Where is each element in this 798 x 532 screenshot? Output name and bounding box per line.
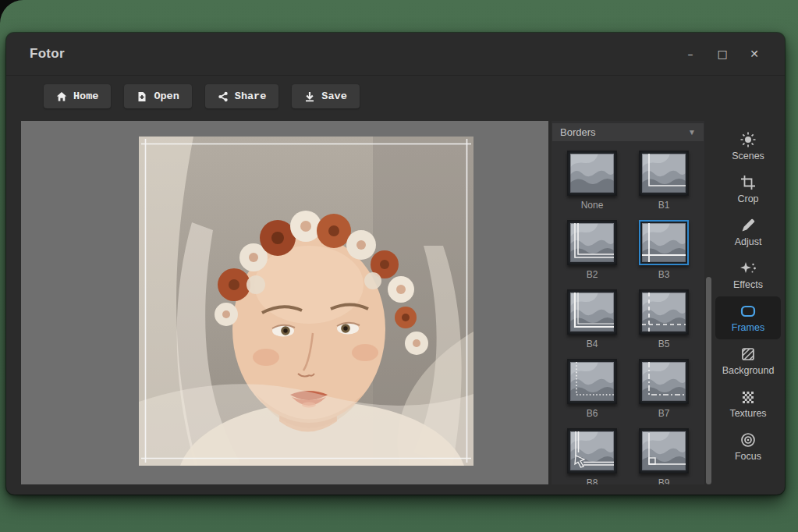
sparkles-icon <box>739 260 757 277</box>
home-icon <box>56 91 67 102</box>
share-button-label: Share <box>235 90 267 102</box>
sidebar-item-label: Focus <box>735 451 761 462</box>
open-button[interactable]: Open <box>124 84 191 108</box>
border-option-b5[interactable]: B5 <box>629 289 699 349</box>
save-button-label: Save <box>321 90 346 102</box>
borders-grid: None B1 B2 B3 <box>552 141 704 484</box>
border-option-b1[interactable]: B1 <box>629 151 699 211</box>
sidebar-item-effects[interactable]: Effects <box>715 254 781 296</box>
sidebar-item-frames[interactable]: Frames <box>715 296 781 339</box>
border-option-b7[interactable]: B7 <box>629 359 699 419</box>
fotor-window: Fotor – □ ✕ Home <box>6 33 785 495</box>
frame-icon <box>739 303 757 320</box>
background-icon <box>739 346 757 363</box>
border-option-b2[interactable]: B2 <box>557 220 627 280</box>
sidebar-item-label: Adjust <box>735 236 762 247</box>
borders-dropdown[interactable]: Borders ▼ <box>552 123 704 141</box>
crop-icon <box>739 174 757 191</box>
tool-sidebar: Scenes Crop Adjust <box>712 125 784 468</box>
share-button[interactable]: Share <box>205 84 279 108</box>
minimize-button[interactable]: – <box>683 45 697 62</box>
share-icon <box>218 91 229 102</box>
sidebar-item-adjust[interactable]: Adjust <box>715 211 781 254</box>
screen: Fotor – □ ✕ Home <box>0 0 798 532</box>
pencil-icon <box>739 217 757 234</box>
sidebar-item-label: Frames <box>732 322 764 333</box>
sidebar-item-label: Crop <box>737 193 758 204</box>
sidebar-item-label: Effects <box>733 279 763 290</box>
border-option-b3[interactable]: B3 <box>629 220 699 280</box>
open-icon <box>137 91 147 102</box>
window-controls: – □ ✕ <box>683 45 761 62</box>
titlebar: Fotor – □ ✕ <box>6 33 785 76</box>
save-icon <box>304 91 315 102</box>
editor-canvas <box>21 121 548 484</box>
borders-panel: Borders ▼ None B1 B2 <box>552 121 704 484</box>
app-title: Fotor <box>30 46 65 62</box>
home-button-label: Home <box>73 90 98 102</box>
save-button[interactable]: Save <box>292 84 359 108</box>
border-option-b4[interactable]: B4 <box>557 289 627 349</box>
scrollbar-thumb[interactable] <box>706 277 711 484</box>
border-option-b8[interactable]: B8 <box>557 428 627 484</box>
sidebar-item-background[interactable]: Background <box>715 339 781 382</box>
photo[interactable] <box>139 137 473 466</box>
selected-border-thumb <box>639 220 689 265</box>
sidebar-item-label: Scenes <box>732 151 764 161</box>
border-option-b9[interactable]: B9 <box>629 428 699 484</box>
sidebar-item-label: Textures <box>729 408 766 419</box>
sidebar-item-crop[interactable]: Crop <box>715 168 781 211</box>
sidebar-item-label: Background <box>722 365 775 376</box>
border-option-none[interactable]: None <box>557 151 627 211</box>
chevron-down-icon: ▼ <box>688 128 696 137</box>
sidebar-item-scenes[interactable]: Scenes <box>715 125 781 168</box>
home-button[interactable]: Home <box>44 84 111 108</box>
open-button-label: Open <box>154 90 179 102</box>
sidebar-item-focus[interactable]: Focus <box>715 425 781 468</box>
border-option-b6[interactable]: B6 <box>557 359 627 419</box>
focus-icon <box>739 431 757 449</box>
sidebar-item-textures[interactable]: Textures <box>715 382 781 425</box>
close-button[interactable]: ✕ <box>747 45 761 62</box>
borders-dropdown-label: Borders <box>560 126 596 138</box>
textures-icon <box>739 388 757 406</box>
sun-icon <box>739 131 757 148</box>
toolbar: Home Open <box>44 84 360 108</box>
maximize-button[interactable]: □ <box>715 45 729 62</box>
